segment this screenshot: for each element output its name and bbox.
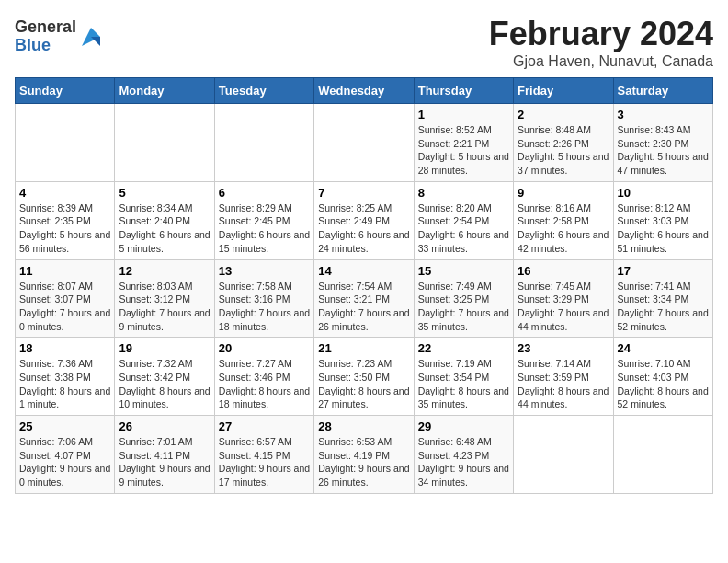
day-number: 22 (418, 341, 509, 355)
day-number: 13 (219, 264, 310, 278)
calendar-week: 1Sunrise: 8:52 AM Sunset: 2:21 PM Daylig… (16, 104, 713, 182)
calendar-cell: 14Sunrise: 7:54 AM Sunset: 3:21 PM Dayli… (314, 259, 414, 338)
logo: General Blue (15, 18, 104, 55)
logo-icon (78, 24, 104, 50)
day-number: 27 (219, 419, 310, 433)
calendar-header: SundayMondayTuesdayWednesdayThursdayFrid… (16, 78, 713, 104)
day-number: 25 (19, 419, 110, 433)
day-number: 11 (19, 264, 110, 278)
calendar-cell: 21Sunrise: 7:23 AM Sunset: 3:50 PM Dayli… (314, 338, 414, 416)
day-number: 28 (318, 419, 409, 433)
day-detail: Sunrise: 6:57 AM Sunset: 4:15 PM Dayligh… (219, 435, 310, 489)
calendar-cell (514, 416, 613, 494)
day-detail: Sunrise: 6:53 AM Sunset: 4:19 PM Dayligh… (318, 435, 409, 489)
day-number: 4 (19, 186, 110, 200)
weekday-header: Wednesday (314, 78, 414, 104)
day-number: 21 (318, 341, 409, 355)
day-detail: Sunrise: 8:34 AM Sunset: 2:40 PM Dayligh… (119, 201, 210, 256)
day-detail: Sunrise: 7:58 AM Sunset: 3:16 PM Dayligh… (219, 280, 310, 334)
weekday-header: Sunday (16, 78, 115, 104)
day-number: 3 (618, 108, 709, 121)
calendar-week: 18Sunrise: 7:36 AM Sunset: 3:38 PM Dayli… (16, 338, 713, 416)
calendar-cell: 24Sunrise: 7:10 AM Sunset: 4:03 PM Dayli… (613, 338, 712, 416)
day-detail: Sunrise: 7:32 AM Sunset: 3:42 PM Dayligh… (119, 357, 210, 411)
calendar-cell: 8Sunrise: 8:20 AM Sunset: 2:54 PM Daylig… (414, 181, 513, 259)
calendar-cell: 28Sunrise: 6:53 AM Sunset: 4:19 PM Dayli… (314, 416, 414, 494)
day-number: 7 (318, 186, 409, 200)
day-number: 18 (19, 341, 110, 355)
logo-general: General (15, 18, 76, 37)
day-detail: Sunrise: 6:48 AM Sunset: 4:23 PM Dayligh… (418, 435, 509, 489)
day-detail: Sunrise: 8:29 AM Sunset: 2:45 PM Dayligh… (219, 201, 310, 256)
calendar-cell: 11Sunrise: 8:07 AM Sunset: 3:07 PM Dayli… (16, 259, 115, 338)
day-number: 8 (418, 186, 509, 200)
day-number: 15 (418, 264, 509, 278)
day-detail: Sunrise: 7:06 AM Sunset: 4:07 PM Dayligh… (19, 435, 110, 489)
day-number: 23 (518, 341, 609, 355)
calendar-cell: 15Sunrise: 7:49 AM Sunset: 3:25 PM Dayli… (414, 259, 513, 338)
day-number: 10 (618, 186, 709, 200)
day-number: 2 (518, 108, 609, 121)
calendar-cell: 25Sunrise: 7:06 AM Sunset: 4:07 PM Dayli… (16, 416, 115, 494)
day-detail: Sunrise: 7:10 AM Sunset: 4:03 PM Dayligh… (618, 357, 709, 411)
header: General Blue February 2024 Gjoa Haven, N… (15, 15, 713, 70)
day-detail: Sunrise: 8:16 AM Sunset: 2:58 PM Dayligh… (518, 201, 609, 256)
calendar-cell: 26Sunrise: 7:01 AM Sunset: 4:11 PM Dayli… (115, 416, 214, 494)
day-number: 6 (219, 186, 310, 200)
day-number: 9 (518, 186, 609, 200)
day-detail: Sunrise: 8:03 AM Sunset: 3:12 PM Dayligh… (119, 280, 210, 334)
day-detail: Sunrise: 8:43 AM Sunset: 2:30 PM Dayligh… (618, 123, 709, 178)
calendar-week: 11Sunrise: 8:07 AM Sunset: 3:07 PM Dayli… (16, 259, 713, 338)
weekday-header: Tuesday (214, 78, 313, 104)
calendar-cell: 3Sunrise: 8:43 AM Sunset: 2:30 PM Daylig… (613, 104, 712, 182)
day-detail: Sunrise: 7:19 AM Sunset: 3:54 PM Dayligh… (418, 357, 509, 411)
calendar-cell: 6Sunrise: 8:29 AM Sunset: 2:45 PM Daylig… (214, 181, 313, 259)
weekday-header: Monday (115, 78, 214, 104)
calendar-cell: 18Sunrise: 7:36 AM Sunset: 3:38 PM Dayli… (16, 338, 115, 416)
day-detail: Sunrise: 8:07 AM Sunset: 3:07 PM Dayligh… (19, 280, 110, 334)
svg-marker-1 (91, 37, 100, 46)
calendar-cell (214, 104, 313, 182)
calendar-week: 25Sunrise: 7:06 AM Sunset: 4:07 PM Dayli… (16, 416, 713, 494)
calendar-cell: 16Sunrise: 7:45 AM Sunset: 3:29 PM Dayli… (514, 259, 613, 338)
calendar-cell: 13Sunrise: 7:58 AM Sunset: 3:16 PM Dayli… (214, 259, 313, 338)
calendar-cell: 2Sunrise: 8:48 AM Sunset: 2:26 PM Daylig… (514, 104, 613, 182)
day-number: 17 (618, 264, 709, 278)
day-number: 12 (119, 264, 210, 278)
calendar-cell: 9Sunrise: 8:16 AM Sunset: 2:58 PM Daylig… (514, 181, 613, 259)
day-detail: Sunrise: 7:36 AM Sunset: 3:38 PM Dayligh… (19, 357, 110, 411)
day-number: 19 (119, 341, 210, 355)
calendar-cell: 20Sunrise: 7:27 AM Sunset: 3:46 PM Dayli… (214, 338, 313, 416)
logo-blue: Blue (15, 37, 76, 55)
title-area: February 2024 Gjoa Haven, Nunavut, Canad… (489, 15, 713, 70)
calendar-week: 4Sunrise: 8:39 AM Sunset: 2:35 PM Daylig… (16, 181, 713, 259)
calendar-cell: 7Sunrise: 8:25 AM Sunset: 2:49 PM Daylig… (314, 181, 414, 259)
day-number: 1 (418, 108, 509, 121)
day-detail: Sunrise: 7:49 AM Sunset: 3:25 PM Dayligh… (418, 280, 509, 334)
calendar-cell: 4Sunrise: 8:39 AM Sunset: 2:35 PM Daylig… (16, 181, 115, 259)
weekday-header: Saturday (613, 78, 712, 104)
day-number: 20 (219, 341, 310, 355)
calendar-cell: 5Sunrise: 8:34 AM Sunset: 2:40 PM Daylig… (115, 181, 214, 259)
day-detail: Sunrise: 7:54 AM Sunset: 3:21 PM Dayligh… (318, 280, 409, 334)
calendar-cell: 27Sunrise: 6:57 AM Sunset: 4:15 PM Dayli… (214, 416, 313, 494)
day-number: 29 (418, 419, 509, 433)
day-detail: Sunrise: 7:27 AM Sunset: 3:46 PM Dayligh… (219, 357, 310, 411)
day-detail: Sunrise: 7:41 AM Sunset: 3:34 PM Dayligh… (618, 280, 709, 334)
weekday-header: Thursday (414, 78, 513, 104)
calendar-cell: 29Sunrise: 6:48 AM Sunset: 4:23 PM Dayli… (414, 416, 513, 494)
main-title: February 2024 (489, 15, 713, 53)
day-detail: Sunrise: 8:12 AM Sunset: 3:03 PM Dayligh… (618, 201, 709, 256)
day-number: 26 (119, 419, 210, 433)
day-detail: Sunrise: 8:48 AM Sunset: 2:26 PM Dayligh… (518, 123, 609, 178)
calendar-cell: 17Sunrise: 7:41 AM Sunset: 3:34 PM Dayli… (613, 259, 712, 338)
day-detail: Sunrise: 7:14 AM Sunset: 3:59 PM Dayligh… (518, 357, 609, 411)
subtitle: Gjoa Haven, Nunavut, Canada (489, 53, 713, 70)
day-detail: Sunrise: 7:45 AM Sunset: 3:29 PM Dayligh… (518, 280, 609, 334)
calendar-cell (16, 104, 115, 182)
calendar-cell (115, 104, 214, 182)
calendar-cell: 10Sunrise: 8:12 AM Sunset: 3:03 PM Dayli… (613, 181, 712, 259)
day-detail: Sunrise: 8:39 AM Sunset: 2:35 PM Dayligh… (19, 201, 110, 256)
day-number: 14 (318, 264, 409, 278)
calendar-table: SundayMondayTuesdayWednesdayThursdayFrid… (15, 77, 713, 494)
